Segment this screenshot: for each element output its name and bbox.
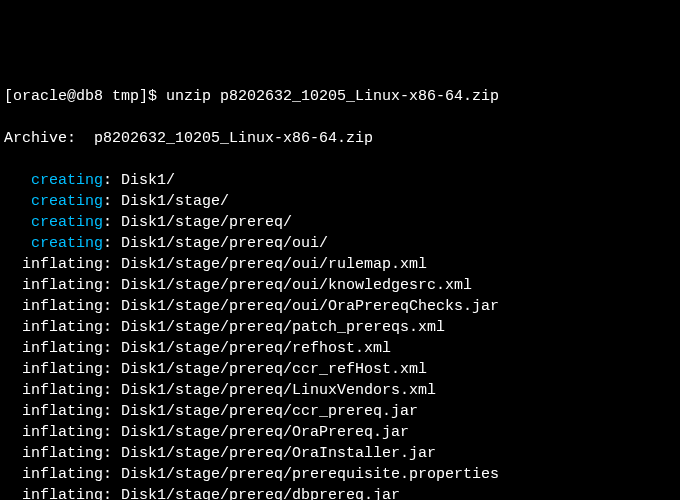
separator: :: [103, 424, 121, 441]
prompt-line[interactable]: [oracle@db8 tmp]$ unzip p8202632_10205_L…: [4, 86, 676, 107]
path-text: Disk1/stage/prereq/OraPrereq.jar: [121, 424, 409, 441]
output-line: inflating: Disk1/stage/prereq/OraInstall…: [4, 443, 676, 464]
shell-prompt: [oracle@db8 tmp]$: [4, 88, 166, 105]
output-line: inflating: Disk1/stage/prereq/oui/rulema…: [4, 254, 676, 275]
separator: :: [103, 298, 121, 315]
output-line: creating: Disk1/stage/prereq/: [4, 212, 676, 233]
archive-line: Archive: p8202632_10205_Linux-x86-64.zip: [4, 128, 676, 149]
inflating-label: inflating: [4, 277, 103, 294]
path-text: Disk1/stage/prereq/dbprereq.jar: [121, 487, 400, 500]
inflating-label: inflating: [4, 466, 103, 483]
path-text: Disk1/stage/prereq/OraInstaller.jar: [121, 445, 436, 462]
path-text: Disk1/stage/prereq/ccr_refHost.xml: [121, 361, 427, 378]
output-line: inflating: Disk1/stage/prereq/refhost.xm…: [4, 338, 676, 359]
archive-filename: p8202632_10205_Linux-x86-64.zip: [94, 130, 373, 147]
inflating-label: inflating: [4, 340, 103, 357]
separator: :: [103, 382, 121, 399]
path-text: Disk1/stage/prereq/oui/knowledgesrc.xml: [121, 277, 472, 294]
inflating-label: inflating: [4, 361, 103, 378]
creating-label: creating: [4, 193, 103, 210]
separator: :: [103, 361, 121, 378]
separator: :: [103, 193, 121, 210]
inflating-label: inflating: [4, 382, 103, 399]
separator: :: [103, 319, 121, 336]
output-line: inflating: Disk1/stage/prereq/ccr_refHos…: [4, 359, 676, 380]
separator: :: [103, 256, 121, 273]
path-text: Disk1/stage/: [121, 193, 229, 210]
inflating-label: inflating: [4, 487, 103, 500]
inflating-label: inflating: [4, 445, 103, 462]
output-line: creating: Disk1/stage/: [4, 191, 676, 212]
path-text: Disk1/: [121, 172, 175, 189]
unzip-output: creating: Disk1/ creating: Disk1/stage/ …: [4, 170, 676, 500]
path-text: Disk1/stage/prereq/oui/: [121, 235, 328, 252]
inflating-label: inflating: [4, 424, 103, 441]
separator: :: [103, 214, 121, 231]
separator: :: [103, 235, 121, 252]
command-text: unzip p8202632_10205_Linux-x86-64.zip: [166, 88, 499, 105]
separator: :: [103, 403, 121, 420]
path-text: Disk1/stage/prereq/prerequisite.properti…: [121, 466, 499, 483]
creating-label: creating: [4, 214, 103, 231]
output-line: inflating: Disk1/stage/prereq/OraPrereq.…: [4, 422, 676, 443]
separator: :: [103, 487, 121, 500]
separator: :: [103, 277, 121, 294]
output-line: inflating: Disk1/stage/prereq/dbprereq.j…: [4, 485, 676, 500]
output-line: inflating: Disk1/stage/prereq/prerequisi…: [4, 464, 676, 485]
path-text: Disk1/stage/prereq/ccr_prereq.jar: [121, 403, 418, 420]
creating-label: creating: [4, 235, 103, 252]
path-text: Disk1/stage/prereq/patch_prereqs.xml: [121, 319, 445, 336]
output-line: inflating: Disk1/stage/prereq/oui/knowle…: [4, 275, 676, 296]
path-text: Disk1/stage/prereq/oui/rulemap.xml: [121, 256, 427, 273]
separator: :: [103, 172, 121, 189]
path-text: Disk1/stage/prereq/oui/OraPrereqChecks.j…: [121, 298, 499, 315]
path-text: Disk1/stage/prereq/refhost.xml: [121, 340, 391, 357]
separator: :: [103, 466, 121, 483]
separator: :: [103, 340, 121, 357]
inflating-label: inflating: [4, 256, 103, 273]
output-line: creating: Disk1/stage/prereq/oui/: [4, 233, 676, 254]
inflating-label: inflating: [4, 319, 103, 336]
output-line: creating: Disk1/: [4, 170, 676, 191]
inflating-label: inflating: [4, 298, 103, 315]
inflating-label: inflating: [4, 403, 103, 420]
path-text: Disk1/stage/prereq/LinuxVendors.xml: [121, 382, 436, 399]
path-text: Disk1/stage/prereq/: [121, 214, 292, 231]
creating-label: creating: [4, 172, 103, 189]
archive-label: Archive:: [4, 130, 94, 147]
separator: :: [103, 445, 121, 462]
output-line: inflating: Disk1/stage/prereq/ccr_prereq…: [4, 401, 676, 422]
output-line: inflating: Disk1/stage/prereq/oui/OraPre…: [4, 296, 676, 317]
output-line: inflating: Disk1/stage/prereq/patch_prer…: [4, 317, 676, 338]
output-line: inflating: Disk1/stage/prereq/LinuxVendo…: [4, 380, 676, 401]
